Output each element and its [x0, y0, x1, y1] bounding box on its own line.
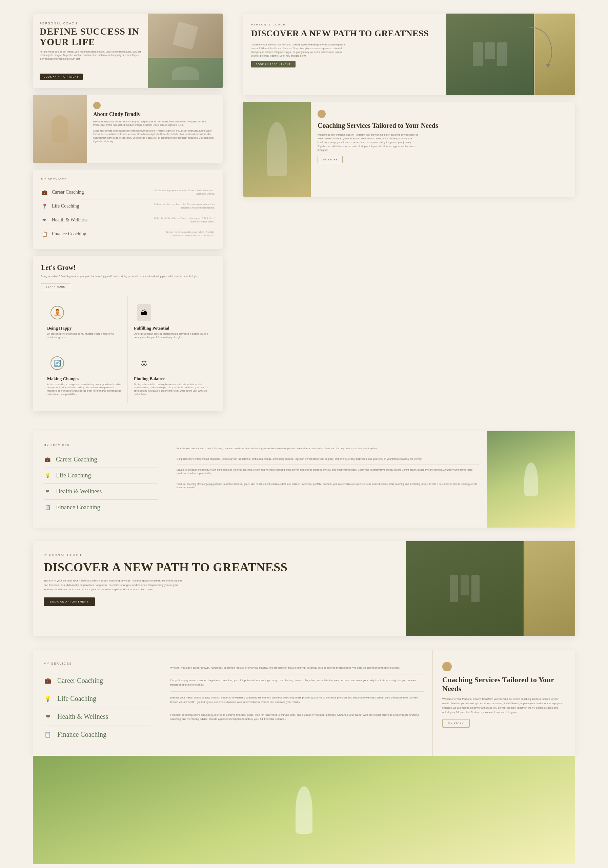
- grow-item-potential-body: Our dedicated team of skilled profession…: [134, 332, 209, 339]
- field-image-services: [487, 431, 575, 528]
- grow-learn-more-button[interactable]: LEARN MORE: [41, 283, 70, 290]
- changes-icon: 🔄: [51, 356, 64, 370]
- about-title: About Cindy Bradly: [93, 111, 217, 117]
- large-service-life-name: Life Coaching: [57, 695, 96, 702]
- about-coaching-story-button[interactable]: MY STORY: [442, 719, 470, 728]
- large-service-career-name: Career Coaching: [57, 677, 103, 685]
- heart-icon-large: ❤: [44, 713, 52, 721]
- discover-book-button[interactable]: BOOK AN APPOINTMENT: [251, 61, 295, 67]
- lightbulb-icon-large: 💡: [44, 695, 52, 703]
- grow-item-potential: 🏔 Fulfilling Potential Our dedicated tea…: [128, 296, 215, 346]
- large-service-desc-career: Whether you seek career growth, fulfillm…: [170, 662, 424, 675]
- large-services-list: MY SERVICES 💼 Career Coaching 💡 Life Coa…: [33, 649, 162, 756]
- about-coaching-card: Coaching Services Tailored to Your Needs…: [433, 649, 575, 756]
- hero-blocks-image: [148, 14, 223, 57]
- large-services-label: MY SERVICES: [44, 662, 151, 665]
- large-service-health-name: Health & Wellness: [57, 713, 108, 721]
- briefcase-icon: 💼: [41, 189, 48, 195]
- large-coaching-section: PERSONAL COACH DISCOVER A NEW PATH TO GR…: [33, 541, 575, 636]
- grow-left-card: Let's Grow! Being locked out? Coaching u…: [33, 256, 223, 411]
- large-service-health[interactable]: ❤ Health & Wellness: [44, 708, 151, 726]
- grow-item-happy: 🧘 Being Happy Let coaching be your compa…: [41, 296, 128, 346]
- service-name-finance: Finance Coaching: [52, 231, 153, 237]
- about-avatar: [93, 102, 101, 109]
- coaching-title: Coaching Services Tailored to Your Needs: [317, 121, 568, 130]
- big-service-career-name: Career Coaching: [56, 456, 97, 463]
- large-service-desc-life: Our philosophy centers around happiness,…: [170, 674, 424, 692]
- about-coaching-body: Welcome to Your Personal Coach! Transfor…: [442, 697, 566, 715]
- large-service-desc-finance: Financial coaching offers ongoing guidan…: [170, 709, 424, 726]
- large-service-desc-life-text: Our philosophy centers around happiness,…: [170, 679, 424, 687]
- big-service-health[interactable]: ❤ Health & Wellness: [44, 484, 158, 500]
- big-service-desc-life: Our philosophy centers around happiness,…: [176, 454, 479, 465]
- big-service-desc-health-text: Elevate your health and longevity with o…: [176, 468, 479, 475]
- balance-icon: ⚖: [137, 356, 151, 370]
- big-service-desc-career-text: Whether you seek career growth, fulfillm…: [176, 447, 479, 451]
- services-card-left: MY SERVICES 💼 Career Coaching Vulputate …: [33, 169, 223, 249]
- heart-icon-big: ❤: [44, 488, 51, 495]
- book-appointment-button[interactable]: BOOK AN APPOINTMENT: [40, 74, 83, 80]
- large-service-desc-health: Elevate your health and longevity with o…: [170, 692, 424, 709]
- briefcase-icon-large: 💼: [44, 677, 52, 685]
- big-services-label: MY SERVICES: [44, 443, 158, 446]
- discover-body: Transform your life with Your Personal C…: [251, 43, 346, 58]
- service-desc-career: Vulputate elit legebpros mauris vel. Don…: [153, 189, 215, 195]
- my-story-button[interactable]: MY STORY: [317, 156, 343, 163]
- large-coaching-images: [406, 541, 575, 636]
- potential-icon: 🏔: [137, 304, 151, 321]
- large-service-finance-name: Finance Coaching: [57, 731, 107, 738]
- service-desc-life: Sed massa, ultrices nullam nulla. Bibend…: [153, 203, 215, 209]
- large-coaching-title: DISCOVER A NEW PATH TO GREATNESS: [44, 561, 395, 574]
- about-image: [33, 95, 87, 163]
- service-desc-finance: Nullam commodo condimentum cubilia. Cura…: [153, 231, 215, 237]
- grow-item-happy-body: Let coaching be your compass as you navi…: [47, 332, 121, 339]
- big-services-left: MY SERVICES 💼 Career Coaching 💡 Life Coa…: [33, 431, 169, 528]
- big-service-life[interactable]: 💡 Life Coaching: [44, 468, 158, 484]
- coaching-body: Welcome to Your Personal Coach! Transfor…: [317, 133, 419, 152]
- grow-item-changes: 🔄 Making Changes At its core, making a c…: [41, 346, 128, 403]
- coaching-services-card: Coaching Services Tailored to Your Needs…: [243, 102, 575, 197]
- services-label: MY SERVICES: [41, 178, 215, 181]
- service-name-career: Career Coaching: [52, 189, 153, 195]
- big-service-career[interactable]: 💼 Career Coaching: [44, 452, 158, 468]
- arrow-decoration: [521, 20, 562, 68]
- big-service-life-name: Life Coaching: [56, 472, 91, 479]
- svg-marker-0: [545, 64, 551, 68]
- pin-icon: 📍: [41, 203, 48, 209]
- grow-title: Let's Grow!: [41, 264, 215, 271]
- big-service-finance[interactable]: 📋 Finance Coaching: [44, 500, 158, 515]
- big-services-right-wrap: Whether you seek career growth, fulfillm…: [169, 431, 575, 528]
- service-item-life[interactable]: 📍 Life Coaching Sed massa, ultrices null…: [41, 199, 215, 213]
- service-item-health[interactable]: ❤ Health & Wellness Nulla blandit blandi…: [41, 213, 215, 227]
- service-item-career[interactable]: 💼 Career Coaching Vulputate elit legebpr…: [41, 186, 215, 199]
- large-service-career[interactable]: 💼 Career Coaching: [44, 672, 151, 690]
- large-field-image: [33, 756, 575, 864]
- service-desc-health: Nulla blandit blandit lorem. Donec pelle…: [153, 217, 215, 223]
- happy-icon: 🧘: [51, 306, 64, 319]
- clipboard-icon-large: 📋: [44, 731, 52, 739]
- large-coaching-body: Transform your life with Your Personal C…: [44, 579, 186, 592]
- large-services-descs: Whether you seek career growth, fulfillm…: [162, 649, 433, 756]
- large-service-finance[interactable]: 📋 Finance Coaching: [44, 726, 151, 744]
- large-service-desc-health-text: Elevate your health and longevity with o…: [170, 696, 424, 705]
- about-coaching-avatar: [442, 662, 452, 671]
- hero-label: PERSONAL COACH: [40, 22, 141, 25]
- big-service-desc-health: Elevate your health and longevity with o…: [176, 465, 479, 479]
- big-service-desc-finance-text: Financial coaching offers ongoing guidan…: [176, 482, 479, 490]
- large-coaching-label: PERSONAL COACH: [44, 553, 395, 557]
- large-service-desc-career-text: Whether you seek career growth, fulfillm…: [170, 666, 424, 670]
- hero-grass-image: [148, 58, 223, 88]
- large-book-appointment-button[interactable]: BOOK AN APPOINTMENT: [44, 597, 95, 606]
- hero-title: DEFINE SUCCESS IN YOUR LIFE: [40, 26, 141, 48]
- service-name-life: Life Coaching: [52, 203, 153, 209]
- big-service-health-name: Health & Wellness: [56, 488, 102, 495]
- large-service-life[interactable]: 💡 Life Coaching: [44, 690, 151, 708]
- large-service-desc-finance-text: Financial coaching offers ongoing guidan…: [170, 713, 424, 722]
- grow-body: Being locked out? Coaching unlocks your …: [41, 274, 215, 278]
- grow-item-balance-body: Finding balance in life coaching busines…: [134, 383, 209, 396]
- coaching-avatar: [317, 110, 326, 118]
- clipboard-icon: 📋: [41, 231, 48, 237]
- about-coaching-title: Coaching Services Tailored to Your Needs: [442, 676, 566, 693]
- hero-card: PERSONAL COACH DEFINE SUCCESS IN YOUR LI…: [33, 14, 223, 88]
- service-item-finance[interactable]: 📋 Finance Coaching Nullam commodo condim…: [41, 227, 215, 241]
